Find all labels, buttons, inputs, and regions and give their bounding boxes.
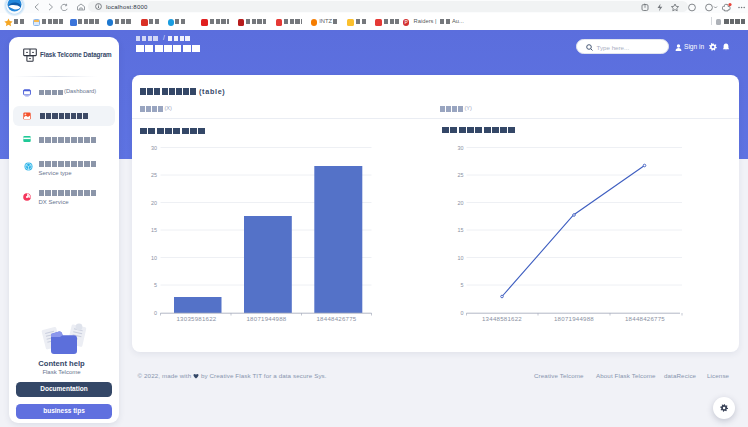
svg-text:30: 30: [151, 145, 157, 151]
svg-text:10: 10: [151, 255, 157, 261]
svg-text:20: 20: [151, 200, 157, 206]
svg-text:25: 25: [458, 172, 464, 178]
svg-text:25: 25: [151, 172, 157, 178]
svg-text:10: 10: [458, 255, 464, 261]
svg-text:5: 5: [154, 282, 157, 288]
svg-text:0: 0: [154, 310, 157, 316]
svg-text:18448426775: 18448426775: [316, 315, 356, 322]
svg-text:15: 15: [151, 227, 157, 233]
svg-text:30: 30: [458, 145, 464, 151]
svg-text:18071944988: 18071944988: [554, 315, 594, 322]
svg-text:15: 15: [458, 227, 464, 233]
svg-text:18448426775: 18448426775: [625, 315, 665, 322]
svg-text:13448581622: 13448581622: [482, 315, 522, 322]
svg-text:18071944988: 18071944988: [246, 315, 286, 322]
svg-text:0: 0: [461, 310, 464, 316]
svg-text:5: 5: [461, 282, 464, 288]
svg-text:13035981622: 13035981622: [176, 315, 216, 322]
svg-text:20: 20: [458, 200, 464, 206]
